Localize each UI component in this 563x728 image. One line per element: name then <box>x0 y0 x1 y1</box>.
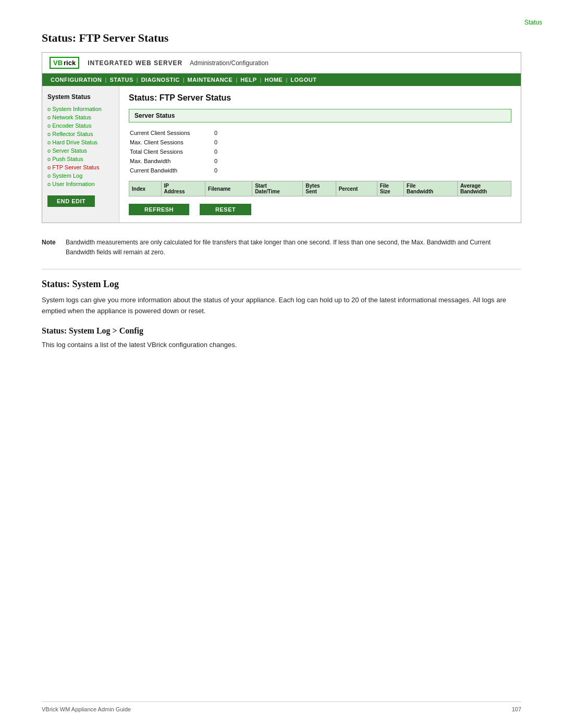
col-start-datetime: StartDate/Time <box>252 181 303 196</box>
nav-help[interactable]: HELP <box>237 76 260 84</box>
sidebar-item-push-status[interactable]: Push Status <box>47 155 114 163</box>
refresh-button[interactable]: REFRESH <box>129 204 189 215</box>
server-status-box: Server Status <box>129 109 511 122</box>
stat-label: Total Client Sessions <box>130 147 213 156</box>
sidebar-item-ftp-server-status[interactable]: FTP Server Status <box>47 163 114 171</box>
nav-bar: CONFIGURATION | STATUS | DIAGNOSTIC | MA… <box>42 73 521 86</box>
nav-configuration[interactable]: CONFIGURATION <box>47 76 105 84</box>
sessions-table: Index IPAddress Filename StartDate/Time … <box>129 181 511 196</box>
reset-button[interactable]: RESET <box>200 204 251 215</box>
sidebar: System Status System Information Network… <box>42 86 119 223</box>
browser-body: System Status System Information Network… <box>42 86 521 223</box>
vbrick-logo: VBrick <box>50 57 79 69</box>
logo-vb: VB <box>53 59 63 67</box>
col-percent: Percent <box>336 181 377 196</box>
stat-value: 0 <box>214 147 510 156</box>
page-title: Status: FTP Server Status <box>42 31 521 45</box>
sidebar-item-network-status[interactable]: Network Status <box>47 113 114 121</box>
stat-value: 0 <box>214 157 510 165</box>
stat-value: 0 <box>214 138 510 146</box>
stat-row-current-bandwidth: Current Bandwidth 0 <box>130 166 510 175</box>
logo-rick: rick <box>64 59 76 67</box>
nav-status[interactable]: STATUS <box>106 76 136 84</box>
col-filename: Filename <box>205 181 252 196</box>
integrated-web-server-title: INTEGRATED WEB SERVER <box>88 59 182 67</box>
admin-config-subtitle: Administration/Configuration <box>190 59 268 67</box>
system-log-config-title: Status: System Log > Config <box>42 326 521 336</box>
nav-home[interactable]: HOME <box>261 76 286 84</box>
sidebar-item-encoder-status[interactable]: Encoder Status <box>47 121 114 130</box>
stat-label: Current Client Sessions <box>130 129 213 137</box>
main-panel: Status: FTP Server Status Server Status … <box>119 86 521 223</box>
browser-frame: VBrick INTEGRATED WEB SERVER Administrat… <box>42 52 521 223</box>
end-edit-button[interactable]: END EDIT <box>47 195 95 207</box>
system-log-description: System logs can give you more informatio… <box>42 295 521 317</box>
stat-row-total-client: Total Client Sessions 0 <box>130 147 510 156</box>
col-file-size: FileSize <box>377 181 403 196</box>
sidebar-item-user-information[interactable]: User Information <box>47 180 114 188</box>
system-log-title: Status: System Log <box>42 279 521 290</box>
footer-right: 107 <box>512 706 521 712</box>
footer: VBrick WM Appliance Admin Guide 107 <box>42 701 521 712</box>
sidebar-item-system-information[interactable]: System Information <box>47 105 114 113</box>
stat-value: 0 <box>214 129 510 137</box>
panel-title: Status: FTP Server Status <box>129 93 511 103</box>
stat-value: 0 <box>214 166 510 175</box>
note-label: Note <box>42 238 60 257</box>
stats-table: Current Client Sessions 0 Max. Client Se… <box>129 128 511 176</box>
stat-row-max-client: Max. Client Sessions 0 <box>130 138 510 146</box>
stat-row-max-bandwidth: Max. Bandwidth 0 <box>130 157 510 165</box>
col-avg-bandwidth: AverageBandwidth <box>457 181 511 196</box>
system-log-section: Status: System Log System logs can give … <box>42 279 521 350</box>
stat-label: Max. Bandwidth <box>130 157 213 165</box>
browser-header: VBrick INTEGRATED WEB SERVER Administrat… <box>42 53 521 73</box>
sidebar-item-server-status[interactable]: Server Status <box>47 146 114 155</box>
action-buttons: REFRESH RESET <box>129 204 511 215</box>
nav-logout[interactable]: LOGOUT <box>287 76 320 84</box>
col-bytes-sent: BytesSent <box>303 181 336 196</box>
divider <box>42 269 521 269</box>
nav-maintenance[interactable]: MAINTENANCE <box>185 76 236 84</box>
col-ip-address: IPAddress <box>161 181 205 196</box>
sidebar-item-hard-drive-status[interactable]: Hard Drive Status <box>47 138 114 146</box>
stat-label: Current Bandwidth <box>130 166 213 175</box>
note-text: Bandwidth measurements are only calculat… <box>66 238 521 257</box>
sidebar-item-system-log[interactable]: System Log <box>47 171 114 180</box>
nav-diagnostic[interactable]: DIAGNOSTIC <box>138 76 183 84</box>
note-box: Note Bandwidth measurements are only cal… <box>42 238 521 257</box>
sidebar-item-reflector-status[interactable]: Reflector Status <box>47 130 114 138</box>
col-file-bandwidth: FileBandwidth <box>404 181 458 196</box>
top-status-link[interactable]: Status <box>524 19 542 26</box>
system-log-config-text: This log contains a list of the latest V… <box>42 340 521 351</box>
col-index: Index <box>129 181 162 196</box>
stat-label: Max. Client Sessions <box>130 138 213 146</box>
sidebar-title: System Status <box>47 93 114 101</box>
stat-row-current-client: Current Client Sessions 0 <box>130 129 510 137</box>
footer-left: VBrick WM Appliance Admin Guide <box>42 706 131 712</box>
